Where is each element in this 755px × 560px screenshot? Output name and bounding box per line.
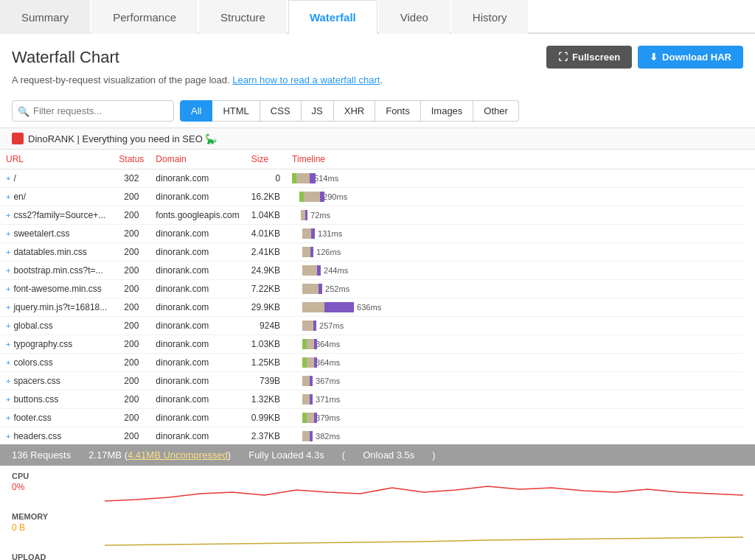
col-header-domain: Domain bbox=[150, 150, 245, 169]
row-expander[interactable]: + bbox=[6, 377, 10, 385]
search-icon: 🔍 bbox=[18, 105, 29, 116]
filter-html[interactable]: HTML bbox=[212, 100, 260, 122]
header-buttons: ⛶ Fullscreen ⬇ Download HAR bbox=[546, 46, 743, 69]
domain-cell: dinorank.com bbox=[150, 409, 245, 427]
row-expander[interactable]: + bbox=[6, 340, 10, 349]
table-row[interactable]: +font-awesome.min.css 200 dinorank.com 7… bbox=[0, 280, 755, 298]
cpu-chart-svg bbox=[105, 472, 743, 508]
summary-uncompressed[interactable]: 4.41MB Uncompressed bbox=[128, 449, 228, 461]
filter-all[interactable]: All bbox=[180, 100, 212, 122]
row-expander[interactable]: + bbox=[6, 266, 10, 275]
table-row[interactable]: +colors.css 200 dinorank.com 1.25KB 364m… bbox=[0, 354, 755, 372]
tab-bar: Summary Performance Structure Waterfall … bbox=[0, 0, 755, 34]
table-row[interactable]: +/ 302 dinorank.com 0 514ms bbox=[0, 169, 755, 188]
summary-bar: 136 Requests 2.17MB (4.41MB Uncompressed… bbox=[0, 444, 755, 466]
table-row[interactable]: +typography.css 200 dinorank.com 1.03KB … bbox=[0, 335, 755, 354]
domain-cell: dinorank.com bbox=[150, 335, 245, 354]
timeline-cell: 126ms bbox=[286, 243, 743, 262]
size-cell: 29.9KB bbox=[246, 298, 286, 317]
timeline-cell: 514ms bbox=[286, 169, 743, 188]
table-row[interactable]: +headers.css 200 dinorank.com 2.37KB 382… bbox=[0, 427, 755, 445]
row-expander[interactable]: + bbox=[6, 284, 10, 293]
tab-performance[interactable]: Performance bbox=[91, 0, 198, 34]
table-row[interactable]: +global.css 200 dinorank.com 924B 257ms bbox=[0, 317, 755, 335]
timeline-cell: 72ms bbox=[286, 206, 743, 225]
memory-chart bbox=[105, 512, 743, 551]
tab-waterfall[interactable]: Waterfall bbox=[288, 0, 378, 34]
timeline-cell: 636ms bbox=[286, 298, 743, 317]
download-har-label: Download HAR bbox=[662, 52, 731, 63]
filter-css[interactable]: CSS bbox=[260, 100, 302, 122]
table-row[interactable]: +footer.css 200 dinorank.com 0.99KB 379m… bbox=[0, 409, 755, 427]
domain-cell: dinorank.com bbox=[150, 372, 245, 391]
table-row[interactable]: +spacers.css 200 dinorank.com 739B 367ms bbox=[0, 372, 755, 391]
size-cell: 2.41KB bbox=[246, 243, 286, 262]
row-expander[interactable]: + bbox=[6, 413, 10, 422]
size-cell: 739B bbox=[246, 372, 286, 391]
waterfall-table-wrap[interactable]: URL Status Domain Size Timeline +/ 302 d… bbox=[0, 150, 755, 444]
url-cell: +/ bbox=[0, 169, 113, 188]
table-row[interactable]: +css2?family=Source+... 200 fonts.google… bbox=[0, 206, 755, 225]
memory-chart-svg bbox=[105, 512, 743, 549]
subtitle: A request-by-request visualization of th… bbox=[0, 74, 755, 94]
upload-label: UPLOAD bbox=[12, 553, 93, 560]
filter-other[interactable]: Other bbox=[473, 100, 519, 122]
filter-images[interactable]: Images bbox=[421, 100, 474, 122]
size-cell: 1.03KB bbox=[246, 335, 286, 354]
tab-history[interactable]: History bbox=[451, 0, 529, 34]
row-expander[interactable]: + bbox=[6, 303, 10, 312]
row-expander[interactable]: + bbox=[6, 248, 10, 256]
row-expander[interactable]: + bbox=[6, 321, 10, 330]
size-cell: 1.32KB bbox=[246, 391, 286, 409]
domain-bar: DinoRANK | Everything you need in SEO 🦕 bbox=[0, 128, 755, 150]
status-cell: 200 bbox=[113, 188, 150, 206]
timeline-cell: 364ms bbox=[286, 354, 743, 372]
memory-labels: MEMORY 0 B bbox=[12, 512, 93, 536]
url-cell: +headers.css bbox=[0, 427, 113, 445]
filter-input-wrap: 🔍 bbox=[12, 100, 174, 122]
row-expander[interactable]: + bbox=[6, 358, 10, 367]
row-expander[interactable]: + bbox=[6, 229, 10, 238]
row-expander[interactable]: + bbox=[6, 395, 10, 404]
status-cell: 200 bbox=[113, 391, 150, 409]
subtitle-text: A request-by-request visualization of th… bbox=[12, 74, 230, 85]
table-row[interactable]: +en/ 200 dinorank.com 16.2KB 290ms bbox=[0, 188, 755, 206]
url-cell: +colors.css bbox=[0, 354, 113, 372]
row-expander[interactable]: + bbox=[6, 211, 10, 220]
download-har-button[interactable]: ⬇ Download HAR bbox=[638, 46, 743, 69]
size-cell: 16.2KB bbox=[246, 188, 286, 206]
status-cell: 302 bbox=[113, 169, 150, 188]
url-cell: +jquery.min.js?t=16818... bbox=[0, 298, 113, 317]
table-row[interactable]: +buttons.css 200 dinorank.com 1.32KB 371… bbox=[0, 391, 755, 409]
timeline-cell: 379ms bbox=[286, 409, 743, 427]
fullscreen-button[interactable]: ⛶ Fullscreen bbox=[546, 46, 632, 69]
filter-input[interactable] bbox=[12, 100, 174, 122]
domain-cell: dinorank.com bbox=[150, 391, 245, 409]
waterfall-table: URL Status Domain Size Timeline +/ 302 d… bbox=[0, 150, 755, 444]
size-cell: 24.9KB bbox=[246, 262, 286, 280]
table-row[interactable]: +sweetalert.css 200 dinorank.com 4.01KB … bbox=[0, 225, 755, 243]
domain-cell: dinorank.com bbox=[150, 243, 245, 262]
timeline-cell: 371ms bbox=[286, 391, 743, 409]
table-row[interactable]: +jquery.min.js?t=16818... 200 dinorank.c… bbox=[0, 298, 755, 317]
timeline-cell: 367ms bbox=[286, 372, 743, 391]
network-chart bbox=[105, 553, 743, 560]
row-expander[interactable]: + bbox=[6, 192, 10, 201]
row-expander[interactable]: + bbox=[6, 174, 10, 183]
url-cell: +footer.css bbox=[0, 409, 113, 427]
summary-size: 2.17MB (4.41MB Uncompressed) bbox=[88, 449, 231, 461]
tab-structure[interactable]: Structure bbox=[199, 0, 287, 34]
row-expander[interactable]: + bbox=[6, 432, 10, 441]
waterfall-help-link[interactable]: Learn how to read a waterfall chart bbox=[232, 74, 380, 85]
filter-fonts[interactable]: Fonts bbox=[375, 100, 421, 122]
cpu-value: 0% bbox=[12, 482, 93, 492]
filter-xhr[interactable]: XHR bbox=[334, 100, 375, 122]
tab-summary[interactable]: Summary bbox=[0, 0, 90, 34]
timeline-cell: 364ms bbox=[286, 335, 743, 354]
table-row[interactable]: +datatables.min.css 200 dinorank.com 2.4… bbox=[0, 243, 755, 262]
col-header-url: URL bbox=[0, 150, 113, 169]
tab-video[interactable]: Video bbox=[379, 0, 450, 34]
status-cell: 200 bbox=[113, 335, 150, 354]
table-row[interactable]: +bootstrap.min.css?t=... 200 dinorank.co… bbox=[0, 262, 755, 280]
filter-js[interactable]: JS bbox=[302, 100, 334, 122]
